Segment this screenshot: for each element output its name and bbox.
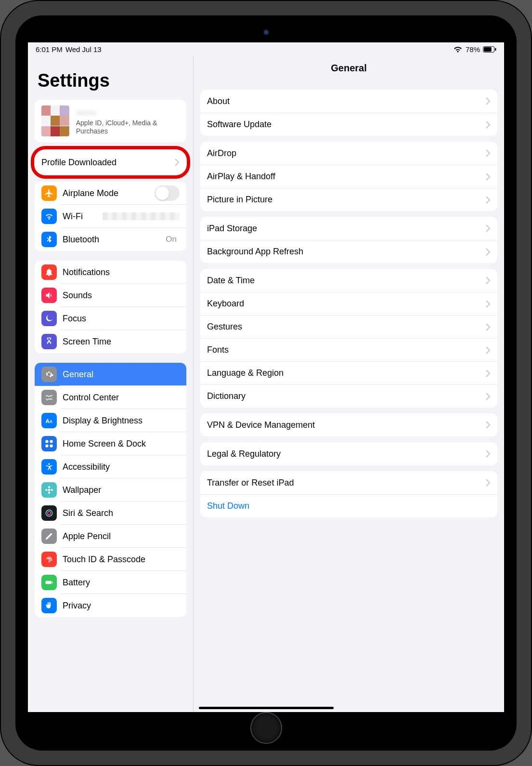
svg-point-11	[48, 486, 50, 488]
vpn-device-management-label: VPN & Device Management	[207, 420, 486, 430]
screen-time-row[interactable]: Screen Time	[35, 330, 186, 353]
date-time-row[interactable]: Date & Time	[200, 269, 497, 292]
chevron-right-icon	[486, 225, 491, 232]
sounds-row[interactable]: Sounds	[35, 284, 186, 307]
wifi-row[interactable]: Wi-Fi	[35, 205, 186, 228]
general-row[interactable]: General	[35, 363, 186, 386]
accessibility-row[interactable]: Accessibility	[35, 455, 186, 478]
siri-icon	[41, 505, 57, 521]
home-screen-row[interactable]: Home Screen & Dock	[35, 432, 186, 455]
accessibility-label: Accessibility	[63, 462, 180, 472]
airplay-handoff-label: AirPlay & Handoff	[207, 172, 486, 182]
home-indicator[interactable]	[199, 707, 334, 709]
airdrop-label: AirDrop	[207, 148, 486, 158]
svg-point-12	[48, 492, 50, 494]
hand-icon	[41, 598, 57, 613]
chevron-right-icon	[486, 370, 491, 377]
picture-in-picture-row[interactable]: Picture in Picture	[200, 188, 497, 211]
transfer-reset-row[interactable]: Transfer or Reset iPad	[200, 471, 497, 494]
gear-icon	[41, 367, 57, 382]
fonts-row[interactable]: Fonts	[200, 338, 497, 361]
status-date: Wed Jul 13	[65, 45, 102, 53]
text-size-icon: AA	[41, 413, 57, 428]
bell-icon	[41, 264, 57, 280]
transfer-reset-label: Transfer or Reset iPad	[207, 478, 486, 488]
notifications-row[interactable]: Notifications	[35, 261, 186, 284]
battery-percent: 78%	[466, 45, 480, 53]
account-card[interactable]: —— Apple ID, iCloud+, Media & Purchases	[35, 100, 186, 142]
airplane-icon	[41, 185, 57, 201]
chevron-right-icon	[486, 421, 491, 429]
home-screen-label: Home Screen & Dock	[63, 439, 180, 449]
home-button[interactable]	[250, 712, 282, 744]
moon-icon	[41, 311, 57, 326]
airdrop-row[interactable]: AirDrop	[200, 142, 497, 165]
status-time: 6:01 PM	[36, 45, 63, 53]
battery-settings-icon	[41, 575, 57, 590]
gestures-row[interactable]: Gestures	[200, 315, 497, 338]
ipad-storage-label: iPad Storage	[207, 224, 486, 234]
chevron-right-icon	[486, 97, 491, 105]
wallpaper-label: Wallpaper	[63, 485, 180, 495]
svg-rect-8	[50, 445, 53, 448]
shut-down-label: Shut Down	[207, 501, 491, 511]
software-update-label: Software Update	[207, 119, 486, 130]
touch-id-label: Touch ID & Passcode	[63, 555, 180, 565]
hourglass-icon	[41, 334, 57, 349]
sounds-label: Sounds	[63, 291, 180, 301]
svg-point-14	[51, 489, 53, 491]
grid-icon	[41, 436, 57, 451]
software-update-row[interactable]: Software Update	[200, 113, 497, 136]
detail-pane: General About Software Update	[194, 56, 504, 712]
dictionary-label: Dictionary	[207, 391, 486, 401]
airplane-mode-row[interactable]: Airplane Mode	[35, 182, 186, 205]
control-center-label: Control Center	[63, 393, 180, 403]
vpn-device-management-row[interactable]: VPN & Device Management	[200, 413, 497, 436]
profile-downloaded-row[interactable]: Profile Downloaded	[35, 151, 186, 174]
chevron-right-icon	[486, 173, 491, 181]
ipad-storage-row[interactable]: iPad Storage	[200, 217, 497, 240]
language-region-row[interactable]: Language & Region	[200, 361, 497, 384]
speaker-icon	[41, 288, 57, 303]
about-row[interactable]: About	[200, 90, 497, 113]
dictionary-row[interactable]: Dictionary	[200, 384, 497, 408]
about-label: About	[207, 96, 486, 106]
wallpaper-row[interactable]: Wallpaper	[35, 478, 186, 502]
bluetooth-value: On	[166, 235, 177, 244]
airplane-mode-label: Airplane Mode	[63, 188, 155, 198]
screen: 6:01 PM Wed Jul 13 78% Settings	[28, 42, 504, 712]
display-row[interactable]: AA Display & Brightness	[35, 409, 186, 432]
control-center-row[interactable]: Control Center	[35, 386, 186, 409]
account-subtitle: Apple ID, iCloud+, Media & Purchases	[76, 119, 180, 136]
apple-pencil-row[interactable]: Apple Pencil	[35, 525, 186, 548]
keyboard-row[interactable]: Keyboard	[200, 292, 497, 315]
touch-id-row[interactable]: Touch ID & Passcode	[35, 548, 186, 571]
focus-row[interactable]: Focus	[35, 307, 186, 330]
airplay-handoff-row[interactable]: AirPlay & Handoff	[200, 165, 497, 188]
chevron-right-icon	[486, 196, 491, 204]
gestures-label: Gestures	[207, 322, 486, 332]
privacy-label: Privacy	[63, 601, 180, 611]
apple-pencil-label: Apple Pencil	[63, 531, 180, 541]
svg-rect-18	[52, 581, 53, 583]
svg-rect-6	[50, 440, 53, 443]
airplane-mode-switch[interactable]	[155, 185, 180, 201]
chevron-right-icon	[486, 346, 491, 354]
picture-in-picture-label: Picture in Picture	[207, 195, 486, 205]
wifi-network-value	[103, 212, 180, 220]
svg-text:A: A	[50, 419, 52, 424]
shut-down-row[interactable]: Shut Down	[200, 494, 497, 517]
siri-row[interactable]: Siri & Search	[35, 502, 186, 525]
wifi-settings-icon	[41, 209, 57, 224]
background-app-refresh-row[interactable]: Background App Refresh	[200, 240, 497, 263]
date-time-label: Date & Time	[207, 276, 486, 286]
svg-point-16	[48, 512, 51, 515]
chevron-right-icon	[486, 121, 491, 129]
legal-regulatory-row[interactable]: Legal & Regulatory	[200, 442, 497, 465]
bluetooth-row[interactable]: Bluetooth On	[35, 228, 186, 251]
battery-row[interactable]: Battery	[35, 571, 186, 594]
battery-icon	[483, 46, 496, 53]
svg-rect-1	[484, 47, 492, 51]
chevron-right-icon	[486, 277, 491, 284]
privacy-row[interactable]: Privacy	[35, 594, 186, 617]
